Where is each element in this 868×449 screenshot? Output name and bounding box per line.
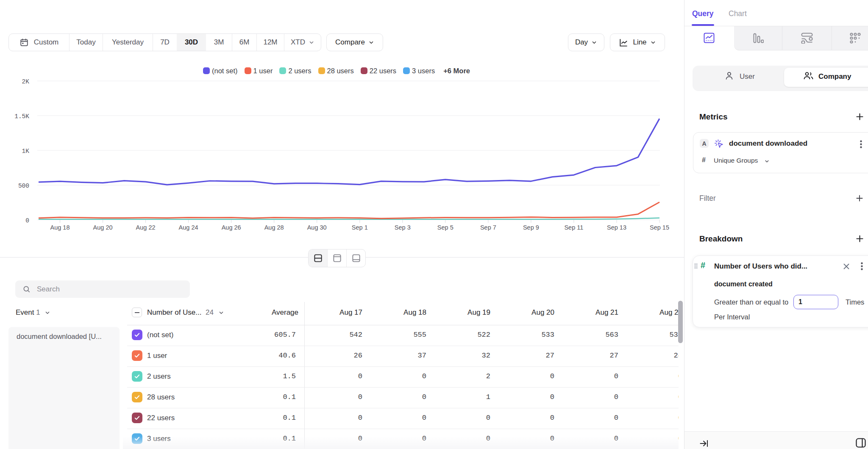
svg-text:Sep 13: Sep 13 bbox=[607, 224, 626, 231]
svg-text:Sep 5: Sep 5 bbox=[437, 224, 453, 231]
svg-text:Sep 15: Sep 15 bbox=[650, 224, 669, 231]
svg-text:Sep 3: Sep 3 bbox=[395, 224, 411, 231]
svg-text:Aug 30: Aug 30 bbox=[307, 224, 327, 231]
svg-text:Aug 20: Aug 20 bbox=[93, 224, 113, 231]
svg-text:Sep 1: Sep 1 bbox=[352, 224, 368, 231]
svg-text:1K: 1K bbox=[22, 148, 30, 155]
svg-text:Aug 26: Aug 26 bbox=[222, 224, 241, 231]
svg-text:1.5K: 1.5K bbox=[14, 113, 29, 120]
svg-text:2K: 2K bbox=[22, 78, 30, 85]
svg-text:Aug 24: Aug 24 bbox=[179, 224, 198, 231]
svg-text:Aug 18: Aug 18 bbox=[50, 224, 70, 231]
svg-text:0: 0 bbox=[25, 217, 29, 224]
svg-text:Sep 7: Sep 7 bbox=[480, 224, 496, 231]
svg-text:500: 500 bbox=[18, 183, 29, 189]
svg-text:Aug 28: Aug 28 bbox=[264, 224, 284, 231]
svg-text:Sep 9: Sep 9 bbox=[523, 224, 539, 231]
svg-text:Sep 11: Sep 11 bbox=[564, 224, 583, 231]
svg-text:Aug 22: Aug 22 bbox=[136, 224, 156, 231]
